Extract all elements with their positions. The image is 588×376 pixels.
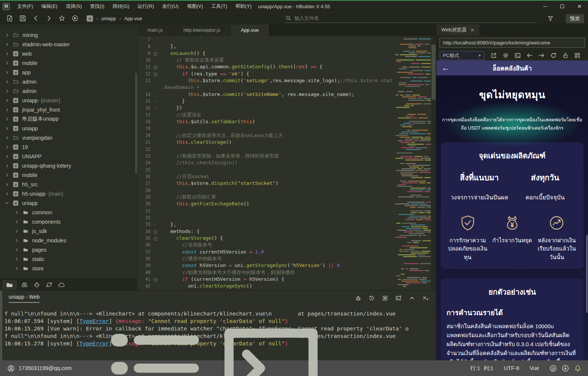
sidebar-tab-projects[interactable] (1, 279, 18, 290)
close-button[interactable]: ✕ (571, 1, 588, 12)
gear-icon[interactable] (503, 52, 509, 59)
chevron-right-icon[interactable] (15, 210, 19, 215)
chevron-right-icon[interactable] (5, 192, 9, 196)
terminal-icon[interactable] (215, 312, 327, 376)
language-mode[interactable]: Vue (530, 365, 539, 371)
chevron-right-icon[interactable] (5, 98, 9, 103)
tree-item-eladmin-web-master[interactable]: eladmin-web-master (0, 40, 135, 49)
feedback-icon[interactable]: @ (550, 365, 557, 372)
arrow-right-icon[interactable] (538, 52, 545, 59)
code-line[interactable]: 26 //开启socket (137, 173, 393, 180)
code-line[interactable]: 9− onLaunch() { (137, 50, 393, 57)
tree-item-uniapp[interactable]: uuniapp (0, 124, 135, 133)
editor-tab-http.interceptor.js[interactable]: http.interceptor.js (173, 24, 231, 36)
unlock-icon[interactable] (562, 52, 569, 59)
sidebar-scrollbar[interactable] (135, 73, 137, 174)
code-line[interactable]: .baseDomain + (137, 84, 393, 91)
code-line[interactable]: 30 this.getFiatExchageRate() (137, 201, 393, 207)
star-icon[interactable] (59, 15, 65, 22)
code-line[interactable]: 27 this.$store.dispatch("startSocket") (137, 180, 393, 187)
minimize-button[interactable]: ─ (536, 1, 554, 12)
close-icon[interactable]: ✕ (470, 27, 475, 33)
chevron-right-icon[interactable] (5, 164, 9, 168)
code-line[interactable]: 41− if (currentH5Version > h5Version) { (137, 276, 393, 283)
tree-item-pages[interactable]: pages (0, 245, 135, 254)
code-line[interactable]: 34− methods: { (137, 228, 393, 235)
preview-button[interactable]: 预览 (566, 14, 584, 24)
code-line[interactable]: 36 //当前版本号 (137, 242, 393, 248)
page-scrollbar[interactable] (586, 235, 588, 313)
code-line[interactable]: 38 //缓存中的版本号 (137, 255, 393, 262)
menu-s[interactable]: 选择(S) (62, 1, 86, 12)
chevron-right-icon[interactable] (5, 108, 9, 112)
account-email[interactable]: 1735031199@qq.com (19, 365, 72, 371)
console-resize-gutter[interactable] (0, 290, 2, 361)
chevron-right-icon[interactable] (15, 248, 19, 252)
code-line[interactable]: 19 (137, 125, 393, 132)
chevron-right-icon[interactable] (15, 220, 19, 224)
tree-item-node_modules[interactable]: node_modules (0, 236, 135, 245)
tree-item-h5-uniapp[interactable]: uh5-uniapp - {main} (0, 189, 135, 198)
menu-i[interactable]: 查找(I) (86, 1, 108, 12)
code-line[interactable]: 24 //this.checkIsLogin() (137, 159, 393, 166)
tree-item-uniapp[interactable]: uuniapp - {master} (0, 96, 135, 105)
menu-v[interactable]: 视图(V) (183, 1, 207, 12)
terminal-icon[interactable] (514, 52, 521, 59)
chevron-right-icon[interactable] (5, 61, 9, 65)
editor-tab-App.vue[interactable]: App.vue (231, 24, 269, 36)
chevron-right-icon[interactable] (5, 126, 9, 131)
code-line[interactable]: 35− clearStorage() { (137, 235, 393, 242)
tree-item-帝启版本uniapp[interactable]: u帝启版本uniapp (0, 114, 135, 124)
run-icon[interactable] (72, 15, 78, 22)
task-list-icon[interactable] (96, 312, 208, 376)
code-line[interactable]: 16⌐ }) (137, 105, 393, 111)
tree-item-web[interactable]: uweb (0, 49, 135, 58)
menu-f[interactable]: 文件(F) (13, 1, 37, 12)
chevron-right-icon[interactable] (15, 238, 19, 243)
forward-icon[interactable] (46, 15, 52, 22)
code-line[interactable]: 40 //如果当前版本号大于缓存中的版本号，则清除缓存 (137, 269, 393, 276)
menu-y[interactable]: 帮助(Y) (231, 1, 255, 12)
chevron-right-icon[interactable] (5, 70, 9, 75)
code-line[interactable]: 21 this.clearStorage() (137, 139, 393, 146)
encoding[interactable]: UTF-8 (504, 365, 519, 371)
maximize-button[interactable] (554, 1, 571, 12)
code-line[interactable]: 22 (137, 146, 393, 153)
code-line[interactable]: 17 //设置语言 (137, 112, 393, 118)
tree-item-uniapp[interactable]: uuniapp (0, 198, 135, 208)
device-mode-select[interactable]: PC模式 ▼ (440, 51, 485, 60)
menu-e[interactable]: 编辑(E) (37, 1, 62, 12)
minimap[interactable] (393, 37, 431, 289)
tree-item-mobile[interactable]: umobile (0, 170, 135, 180)
chevron-right-icon[interactable] (5, 52, 9, 56)
code-line[interactable]: 29 //获取法币的汇率 (137, 194, 393, 201)
pop-out-icon[interactable] (491, 52, 497, 59)
chevron-down-icon[interactable] (5, 201, 9, 205)
cloud-icon[interactable] (58, 281, 65, 288)
editor-scrollbar-thumb[interactable] (432, 44, 436, 100)
chevron-right-icon[interactable] (5, 173, 9, 177)
code-line[interactable]: 39 const h5Version = uni.getStorageSync(… (137, 262, 393, 269)
bug-icon[interactable] (355, 295, 361, 301)
chevron-right-icon[interactable] (5, 182, 9, 187)
menu-g[interactable]: 跳转(G) (109, 1, 134, 12)
chevron-right-icon[interactable] (5, 154, 9, 159)
code-line[interactable]: 12− if (res.type == 'ok') { (137, 71, 393, 77)
console-tab[interactable]: uniapp - Web (9, 294, 40, 303)
code-line[interactable]: 7 (137, 36, 393, 43)
chevron-right-icon[interactable] (5, 136, 9, 140)
code-line[interactable]: 18 this.$utils.setTabbar(this) (137, 118, 393, 125)
tree-item-app[interactable]: uapp (0, 68, 135, 77)
chevron-right-icon[interactable] (5, 117, 9, 121)
chevron-right-icon[interactable] (5, 42, 9, 47)
cursor-line[interactable]: 行:1 (470, 365, 480, 372)
tree-item-admin[interactable]: admin (0, 77, 135, 86)
breadcrumb-project[interactable]: uniapp (101, 16, 116, 21)
refresh-icon[interactable] (550, 52, 557, 59)
new-terminal-icon[interactable] (395, 295, 402, 301)
chevron-right-icon[interactable] (5, 89, 9, 93)
code-line[interactable]: 23 //检测是否登陆，如果未登录，跳转到登录页面 (137, 153, 393, 159)
tree-item-common[interactable]: common (0, 208, 135, 217)
chevron-right-icon[interactable] (15, 266, 19, 271)
back-icon[interactable] (32, 15, 39, 22)
